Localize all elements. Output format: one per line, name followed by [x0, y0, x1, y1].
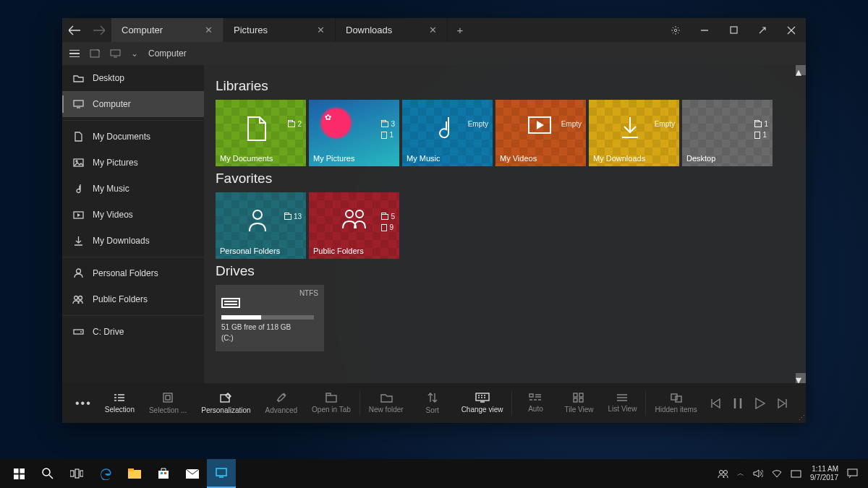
minimize-button[interactable]	[690, 18, 719, 42]
tile-my-documents[interactable]: 2My Documents	[216, 100, 306, 166]
sidebar-item-label: C: Drive	[93, 327, 124, 337]
nav-forward-button[interactable]	[87, 18, 111, 42]
cmd-auto[interactable]: Auto	[514, 393, 557, 413]
tab-downloads[interactable]: Downloads✕	[336, 18, 448, 42]
tray-keyboard-icon[interactable]	[791, 470, 801, 478]
app-taskbar-icon[interactable]	[207, 459, 236, 488]
sidebar-item-personal-folders[interactable]: Personal Folders	[62, 260, 204, 286]
sidebar-item-computer[interactable]: Computer	[62, 91, 204, 117]
tray-up-icon[interactable]: ︿	[737, 468, 744, 479]
close-tab-icon[interactable]: ✕	[429, 25, 437, 35]
sidebar-item-label: Public Folders	[93, 294, 148, 304]
media-pause-button[interactable]	[733, 398, 743, 409]
tab-computer[interactable]: Computer✕	[111, 18, 224, 42]
tile-personal-folders[interactable]: 13Personal Folders	[216, 192, 306, 259]
more-button[interactable]: •••	[69, 397, 98, 410]
cmd-icon	[162, 392, 174, 403]
svg-rect-20	[326, 395, 336, 402]
download-icon	[621, 116, 639, 139]
sidebar-item-my-pictures[interactable]: My Pictures	[62, 150, 204, 176]
media-prev-button[interactable]	[710, 398, 721, 409]
svg-rect-32	[20, 474, 25, 479]
close-tab-icon[interactable]: ✕	[317, 25, 325, 35]
svg-rect-40	[161, 472, 163, 474]
breadcrumb[interactable]: Computer	[148, 48, 187, 59]
sidebar-item-public-folders[interactable]: Public Folders	[62, 286, 204, 312]
close-button[interactable]	[777, 18, 806, 42]
media-next-button[interactable]	[777, 398, 788, 409]
cmd-new-folder[interactable]: New folder	[362, 393, 411, 414]
tray-network-icon[interactable]	[772, 469, 782, 478]
svg-rect-30	[20, 468, 25, 474]
fullscreen-button[interactable]	[748, 18, 777, 42]
cmd-label: Auto	[528, 405, 543, 413]
tile-desktop[interactable]: 11Desktop	[682, 100, 773, 166]
tray-volume-icon[interactable]	[753, 469, 763, 478]
action-center-icon[interactable]	[847, 468, 858, 479]
tile-public-folders[interactable]: 59Public Folders	[309, 192, 399, 259]
tray-people-icon[interactable]	[718, 469, 728, 479]
sidebar-item-desktop[interactable]: Desktop	[62, 65, 204, 91]
cmd-tile-view[interactable]: Tile View	[557, 393, 600, 414]
drive-tile-c[interactable]: NTFS51 GB free of 118 GB(C:)	[216, 285, 324, 351]
maximize-button[interactable]	[719, 18, 748, 42]
settings-button[interactable]	[661, 18, 690, 42]
new-tab-button[interactable]: +	[448, 18, 472, 42]
search-button[interactable]	[33, 459, 62, 488]
tab-label: Computer	[122, 25, 163, 35]
nav-back-button[interactable]	[62, 18, 87, 42]
close-tab-icon[interactable]: ✕	[205, 25, 213, 35]
cmd-icon	[670, 393, 683, 403]
cmd-icon	[325, 393, 338, 403]
svg-rect-3	[111, 50, 120, 56]
svg-point-16	[356, 210, 363, 218]
cmd-icon	[219, 392, 232, 403]
tile-my-pictures[interactable]: ✿31My Pictures	[309, 100, 399, 166]
new-window-icon[interactable]	[90, 49, 100, 58]
sidebar-item-my-downloads[interactable]: My Downloads	[62, 228, 204, 254]
tab-pictures[interactable]: Pictures✕	[224, 18, 336, 42]
sidebar-item-my-documents[interactable]: My Documents	[62, 124, 204, 150]
edge-icon[interactable]	[91, 459, 120, 488]
monitor-icon[interactable]	[110, 49, 121, 58]
start-button[interactable]	[4, 459, 33, 488]
tile-my-downloads[interactable]: EmptyMy Downloads	[589, 100, 679, 166]
windows-taskbar: ︿ 1:11 AM 9/7/2017	[0, 459, 868, 488]
svg-rect-2	[90, 50, 99, 57]
svg-rect-35	[75, 469, 79, 478]
cmd-icon	[113, 393, 126, 403]
task-view-button[interactable]	[62, 459, 91, 488]
breadcrumb-chevron-icon[interactable]: ⌄	[131, 48, 138, 59]
cmd-open-in-tab[interactable]: Open in Tab	[305, 393, 358, 414]
svg-rect-36	[80, 471, 83, 476]
sidebar-item-label: Desktop	[93, 73, 124, 83]
monitor-icon	[72, 100, 84, 108]
menu-button[interactable]	[69, 50, 80, 58]
cmd-label: Selection ...	[149, 406, 187, 414]
sidebar-item-c-drive[interactable]: C: Drive	[62, 319, 204, 345]
cmd-personalization[interactable]: Personalization	[194, 392, 258, 414]
sidebar-item-my-videos[interactable]: My Videos	[62, 202, 204, 228]
cmd-selection[interactable]: Selection	[98, 393, 142, 414]
tile-my-videos[interactable]: EmptyMy Videos	[495, 100, 586, 166]
cmd-sort[interactable]: Sort	[411, 392, 454, 414]
mail-icon[interactable]	[178, 459, 207, 488]
drive-filesystem: NTFS	[299, 289, 318, 297]
media-play-button[interactable]	[754, 398, 765, 409]
cmd-selection-[interactable]: Selection ...	[142, 392, 194, 414]
file-explorer-icon[interactable]	[120, 459, 149, 488]
app-window: Computer✕Pictures✕Downloads✕ + ⌄ Compute…	[62, 18, 806, 423]
cmd-advanced[interactable]: Advanced	[258, 392, 305, 414]
resize-handle[interactable]: ⋰	[799, 414, 804, 421]
cmd-list-view[interactable]: List View	[600, 393, 644, 413]
tile-my-music[interactable]: EmptyMy Music	[402, 100, 493, 166]
tray-clock[interactable]: 1:11 AM 9/7/2017	[810, 465, 838, 482]
scroll-up-button[interactable]: ▴	[796, 65, 806, 75]
scroll-down-button[interactable]: ▾	[796, 373, 806, 383]
tile-label: My Videos	[500, 154, 537, 163]
sidebar-item-my-music[interactable]: My Music	[62, 176, 204, 202]
video-icon	[527, 116, 552, 134]
cmd-hidden-items[interactable]: Hidden items	[647, 393, 704, 414]
cmd-change-view[interactable]: Change view	[454, 393, 511, 414]
store-icon[interactable]	[149, 459, 178, 488]
